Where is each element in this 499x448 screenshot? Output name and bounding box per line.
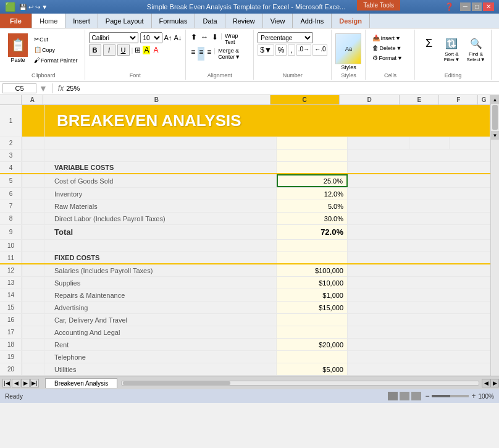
cell-c20[interactable]: $5,000 [277, 363, 348, 375]
sheet-nav-next[interactable]: ▶ [21, 379, 30, 387]
cell-b3[interactable] [44, 150, 277, 161]
col-header-e[interactable]: E [400, 95, 438, 104]
cell-c3[interactable] [277, 150, 348, 161]
cell-d7[interactable] [348, 200, 409, 212]
cell-c17[interactable] [277, 326, 348, 338]
cell-d4[interactable] [348, 162, 409, 173]
sheet-nav-last[interactable]: ▶| [30, 379, 39, 387]
cell-b16[interactable]: Car, Delivery And Travel [44, 314, 277, 326]
currency-btn[interactable]: $▼ [258, 44, 274, 56]
underline-btn[interactable]: U [117, 44, 130, 56]
find-select-btn[interactable]: 🔍 Find &Select▼ [464, 33, 487, 64]
insert-cells-btn[interactable]: 📥Insert▼ [369, 33, 411, 43]
tab-file[interactable]: File [0, 14, 32, 28]
cell-b14[interactable]: Repairs & Maintenance [44, 289, 277, 301]
merge-center-btn[interactable]: Merge &Center▼ [217, 47, 241, 61]
tab-formulas[interactable]: Formulas [152, 14, 196, 28]
cell-a5[interactable] [22, 174, 44, 187]
increase-font-btn[interactable]: A↑ [164, 34, 172, 41]
italic-btn[interactable]: I [103, 44, 115, 56]
dec-decimal-btn[interactable]: ←.0 [312, 44, 327, 56]
cell-c13[interactable]: $10,000 [277, 277, 348, 289]
close-btn[interactable]: ✕ [483, 2, 494, 11]
cell-a6[interactable] [22, 188, 44, 200]
sheet-nav-prev[interactable]: ◀ [12, 379, 20, 387]
scrollbar-thumb[interactable] [492, 105, 498, 130]
cell-b19[interactable]: Telephone [44, 351, 277, 363]
cell-c10[interactable] [277, 240, 348, 251]
cell-b12[interactable]: Salaries (Includes Payroll Taxes) [44, 264, 277, 276]
tab-addins[interactable]: Add-Ins [293, 14, 332, 28]
cell-c14[interactable]: $1,000 [277, 289, 348, 301]
cell-a8[interactable] [22, 213, 44, 224]
cell-e2[interactable] [409, 137, 450, 149]
page-break-view-btn[interactable] [411, 392, 421, 400]
comma-btn[interactable]: , [288, 44, 295, 56]
cell-c2[interactable] [277, 137, 348, 149]
cell-b13[interactable]: Supplies [44, 277, 277, 289]
align-top-btn[interactable]: ⬆ [190, 32, 198, 46]
h-scroll-right-btn[interactable]: ▶ [490, 379, 499, 387]
cell-d3[interactable] [348, 150, 409, 161]
sheet-tab-breakeven[interactable]: Breakeven Analysis [45, 378, 117, 388]
sort-filter-btn[interactable]: 🔃 Sort &Filter▼ [441, 33, 462, 64]
cell-b18[interactable]: Rent [44, 339, 277, 350]
font-size-select[interactable]: 10 [140, 32, 162, 43]
help-icon[interactable]: ❓ [445, 2, 454, 11]
cell-b20[interactable]: Utilities [44, 363, 277, 375]
cell-c12[interactable]: $100,000 [277, 264, 348, 276]
border-btn[interactable]: ⊞ [135, 46, 141, 54]
cell-d5[interactable] [348, 174, 409, 187]
cell-b17[interactable]: Accounting And Legal [44, 326, 277, 338]
cut-button[interactable]: ✂ Cut [31, 35, 81, 44]
cell-d9[interactable] [348, 225, 409, 239]
align-left-btn[interactable]: ≡ [190, 47, 196, 61]
cell-e1[interactable] [409, 105, 450, 137]
cell-b9[interactable]: Total [44, 225, 277, 239]
zoom-slider[interactable] [432, 395, 469, 397]
cell-d8[interactable] [348, 213, 409, 224]
page-layout-view-btn[interactable] [400, 392, 409, 400]
cell-c9[interactable]: 72.0% [277, 225, 348, 239]
h-scrollbar-thumb[interactable] [123, 381, 230, 385]
tab-page-layout[interactable]: Page Layout [98, 14, 152, 28]
cell-c4[interactable] [277, 162, 348, 173]
normal-view-btn[interactable] [388, 392, 398, 400]
cell-c16[interactable] [277, 314, 348, 326]
cell-b6[interactable]: Inventory [44, 188, 277, 200]
col-header-a[interactable]: A [22, 95, 43, 104]
table-tools-tab[interactable]: Table Tools [357, 0, 400, 11]
scrollbar-up-btn[interactable]: ▲ [491, 95, 499, 104]
col-header-g[interactable]: G [478, 95, 490, 104]
cell-f2[interactable] [450, 137, 490, 149]
copy-button[interactable]: 📋 Copy [31, 45, 81, 54]
cell-b5[interactable]: Cost of Goods Sold [44, 174, 277, 187]
cell-c7[interactable]: 5.0% [277, 200, 348, 212]
fill-color-btn[interactable]: A [143, 46, 150, 54]
formula-input[interactable] [66, 85, 497, 92]
cell-a10[interactable] [22, 240, 44, 251]
decrease-font-btn[interactable]: A↓ [174, 34, 182, 41]
paste-button[interactable]: 📋 Paste [6, 32, 30, 64]
cell-b15[interactable]: Advertising [44, 302, 277, 313]
font-color-btn[interactable]: A [152, 46, 159, 54]
col-header-f[interactable]: F [439, 95, 478, 104]
sheet-nav-first[interactable]: |◀ [2, 379, 11, 387]
cell-d1[interactable] [348, 105, 409, 137]
cell-c19[interactable] [277, 351, 348, 363]
tab-view[interactable]: View [263, 14, 293, 28]
cell-b1-merged[interactable]: BREAKEVEN ANALYSIS [44, 105, 348, 137]
number-format-select[interactable]: Percentage [258, 32, 313, 43]
col-header-b[interactable]: B [43, 95, 270, 104]
tab-review[interactable]: Review [225, 14, 263, 28]
cell-a7[interactable] [22, 200, 44, 212]
vertical-scrollbar[interactable]: ▲ ▼ [490, 95, 499, 376]
align-right-btn[interactable]: ≡ [206, 47, 212, 61]
cell-reference[interactable] [2, 83, 36, 93]
maximize-btn[interactable]: □ [472, 2, 482, 11]
tab-design[interactable]: Design [332, 14, 370, 28]
cell-c5-selected[interactable]: 25.0% [277, 174, 348, 187]
cell-b10[interactable] [44, 240, 277, 251]
percent-btn[interactable]: % [275, 44, 287, 56]
h-scroll-left-btn[interactable]: ◀ [482, 379, 490, 387]
